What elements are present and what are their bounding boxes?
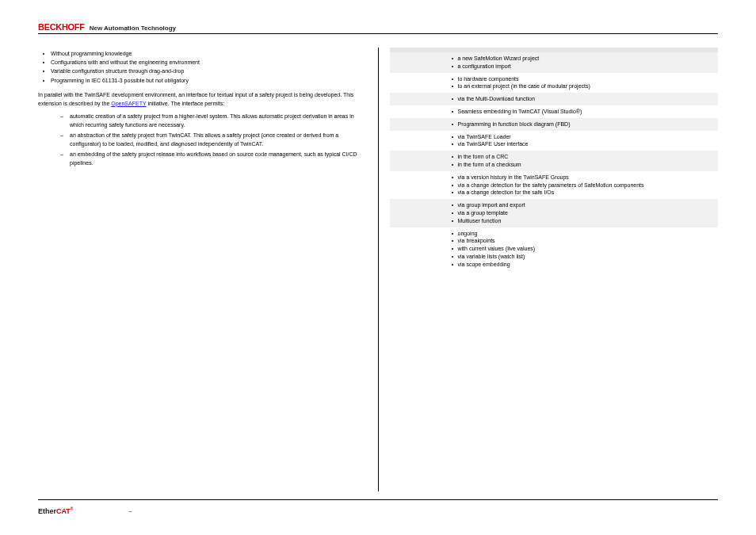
list-item: via a change detection for the safe I/Os bbox=[450, 189, 714, 197]
list-item: via group import and export bbox=[450, 201, 714, 209]
list-item: with current values (live values) bbox=[450, 245, 714, 253]
table-row: in the form of a CRCin the form of a che… bbox=[390, 151, 719, 171]
list-item: Variable configuration structure through… bbox=[38, 67, 367, 75]
table-cell-key bbox=[390, 73, 445, 94]
list-item: via a change detection for the safety pa… bbox=[450, 182, 714, 189]
list-item: ongoing bbox=[450, 230, 714, 238]
table-row: Programming in function block diagram (F… bbox=[390, 118, 719, 131]
list-item: via TwinSAFE Loader bbox=[450, 133, 714, 141]
list-item: via variable lists (watch list) bbox=[450, 253, 714, 261]
list-item: automatic creation of a safety project f… bbox=[38, 113, 367, 129]
table-cell-key bbox=[390, 93, 445, 105]
list-item: a configuration import bbox=[450, 63, 714, 71]
ethercat-text-b: CAT bbox=[56, 507, 71, 515]
table-cell-value: via TwinSAFE Loadervia TwinSAFE User int… bbox=[445, 131, 719, 151]
list-item: Without programming knowledge bbox=[38, 49, 367, 58]
left-column: Without programming knowledgeConfigurati… bbox=[38, 48, 367, 491]
table-cell-value: via the Multi-Download function bbox=[445, 93, 719, 105]
ethercat-text-a: Ether bbox=[38, 507, 56, 515]
table-row: via the Multi-Download function bbox=[390, 93, 719, 105]
table-cell-value: via a version history in the TwinSAFE Gr… bbox=[445, 171, 719, 199]
table-row: ongoingvia breakpointswith current value… bbox=[390, 227, 719, 271]
table-cell-key bbox=[390, 199, 445, 227]
table-cell-value: via group import and exportvia a group t… bbox=[445, 199, 719, 227]
list-item: via a version history in the TwinSAFE Gr… bbox=[450, 174, 714, 182]
list-item: Multiuser function bbox=[450, 217, 714, 225]
ethercat-reg-icon: ® bbox=[71, 506, 74, 511]
table-cell-value: Seamless embedding in TwinCAT (Visual St… bbox=[445, 105, 719, 118]
right-column: a new SafeMotion Wizard projecta configu… bbox=[390, 48, 719, 491]
table-row: via a version history in the TwinSAFE Gr… bbox=[390, 171, 719, 199]
list-item: to hardware components bbox=[450, 75, 714, 83]
ethercat-logo: EtherCAT® bbox=[38, 506, 74, 515]
list-item: in the form of a checksum bbox=[450, 161, 714, 169]
page-footer: EtherCAT® – bbox=[38, 499, 718, 518]
footer-separator: – bbox=[129, 508, 132, 514]
list-item: Configurations with and without the engi… bbox=[38, 58, 367, 67]
table-cell-value: to hardware componentsto an external pro… bbox=[445, 73, 719, 94]
para-text-b: initiative. The interface permits: bbox=[146, 101, 224, 106]
list-item: via a group template bbox=[450, 209, 714, 217]
table-cell-key bbox=[390, 52, 445, 73]
list-item: Seamless embedding in TwinCAT (Visual St… bbox=[450, 108, 714, 116]
intro-bullet-list: Without programming knowledgeConfigurati… bbox=[38, 49, 367, 85]
table-cell-key bbox=[390, 131, 445, 151]
sub-bullet-list: automatic creation of a safety project f… bbox=[38, 113, 367, 167]
table-cell-value: ongoingvia breakpointswith current value… bbox=[445, 227, 719, 271]
table-cell-key bbox=[390, 105, 445, 118]
list-item: to an external project (in the case of m… bbox=[450, 82, 714, 90]
intro-paragraph: In parallel with the TwinSAFE developmen… bbox=[38, 91, 367, 109]
table-row: via TwinSAFE Loadervia TwinSAFE User int… bbox=[390, 131, 719, 151]
list-item: via TwinSAFE User interface bbox=[450, 140, 714, 148]
table-cell-key bbox=[390, 227, 445, 271]
list-item: via scope embedding bbox=[450, 261, 714, 269]
page-header: BECKHOFF New Automation Technology bbox=[38, 19, 718, 34]
list-item: an embedding of the safety project relea… bbox=[38, 151, 367, 167]
table-cell-value: Programming in function block diagram (F… bbox=[445, 118, 719, 131]
brand-logo: BECKHOFF bbox=[38, 22, 85, 32]
table-cell-key bbox=[390, 118, 445, 131]
table-row: a new SafeMotion Wizard projecta configu… bbox=[390, 52, 719, 73]
feature-table: a new SafeMotion Wizard projecta configu… bbox=[390, 48, 719, 271]
list-item: a new SafeMotion Wizard project bbox=[450, 55, 714, 63]
list-item: via breakpoints bbox=[450, 237, 714, 245]
column-divider bbox=[378, 48, 379, 491]
table-row: Seamless embedding in TwinCAT (Visual St… bbox=[390, 105, 719, 118]
list-item: in the form of a CRC bbox=[450, 153, 714, 161]
table-row: via group import and exportvia a group t… bbox=[390, 199, 719, 227]
list-item: an abstraction of the safety project fro… bbox=[38, 132, 367, 148]
list-item: Programming in function block diagram (F… bbox=[450, 120, 714, 128]
opensafety-link[interactable]: OpenSAFETY bbox=[111, 101, 146, 106]
table-row: to hardware componentsto an external pro… bbox=[390, 73, 719, 94]
list-item: Programming in IEC 61131-3 possible but … bbox=[38, 76, 367, 85]
table-cell-key bbox=[390, 171, 445, 199]
table-cell-value: in the form of a CRCin the form of a che… bbox=[445, 151, 719, 171]
brand-tagline: New Automation Technology bbox=[90, 25, 176, 32]
table-cell-value: a new SafeMotion Wizard projecta configu… bbox=[445, 52, 719, 73]
list-item: via the Multi-Download function bbox=[450, 95, 714, 103]
table-cell-key bbox=[390, 151, 445, 171]
